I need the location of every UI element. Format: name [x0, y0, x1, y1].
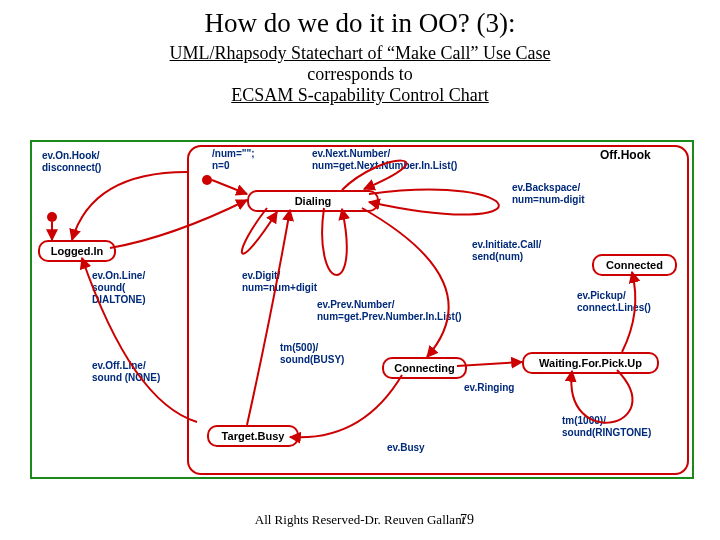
trans-tm500: tm(500)/ sound(BUSY) [280, 342, 344, 366]
state-waiting: Waiting.For.Pick.Up [522, 352, 659, 374]
trans-initiate: ev.Initiate.Call/ send(num) [472, 239, 541, 263]
trans-ringing: ev.Ringing [464, 382, 514, 394]
slide-subtitle-2: corresponds to [0, 64, 720, 85]
state-dialing: Dialing [247, 190, 379, 212]
trans-digit: ev.Digit/ num=num+digit [242, 270, 317, 294]
slide-title: How do we do it in OO? (3): [0, 8, 720, 39]
trans-online: ev.On.Line/ sound( DIALTONE) [92, 270, 146, 306]
trans-nextnum: ev.Next.Number/ num=get.Next.Number.In.L… [312, 148, 457, 172]
slide-subtitle-1: UML/Rhapsody Statechart of “Make Call” U… [0, 43, 720, 64]
trans-offline: ev.Off.Line/ sound (NONE) [92, 360, 160, 384]
footer-copyright: All Rights Reserved-Dr. Reuven Gallant [0, 512, 720, 528]
trans-backspace: ev.Backspace/ num=num-digit [512, 182, 585, 206]
trans-prevnum: ev.Prev.Number/ num=get.Prev.Number.In.L… [317, 299, 462, 323]
statechart-frame: Off.Hook Logged.In Dialing Connected Con… [30, 140, 694, 479]
page-number: 79 [460, 512, 474, 528]
state-targetbusy: Target.Busy [207, 425, 299, 447]
state-loggedin: Logged.In [38, 240, 116, 262]
slide-subtitle-3: ECSAM S-capability Control Chart [0, 85, 720, 106]
state-connecting: Connecting [382, 357, 467, 379]
trans-pickup: ev.Pickup/ connect.Lines() [577, 290, 651, 314]
state-connected: Connected [592, 254, 677, 276]
svg-point-0 [47, 212, 57, 222]
trans-busy: ev.Busy [387, 442, 425, 454]
trans-init: /num=""; n=0 [212, 148, 255, 172]
trans-tm1000: tm(1000)/ sound(RINGTONE) [562, 415, 651, 439]
trans-onhook: ev.On.Hook/ disconnect() [42, 150, 101, 174]
